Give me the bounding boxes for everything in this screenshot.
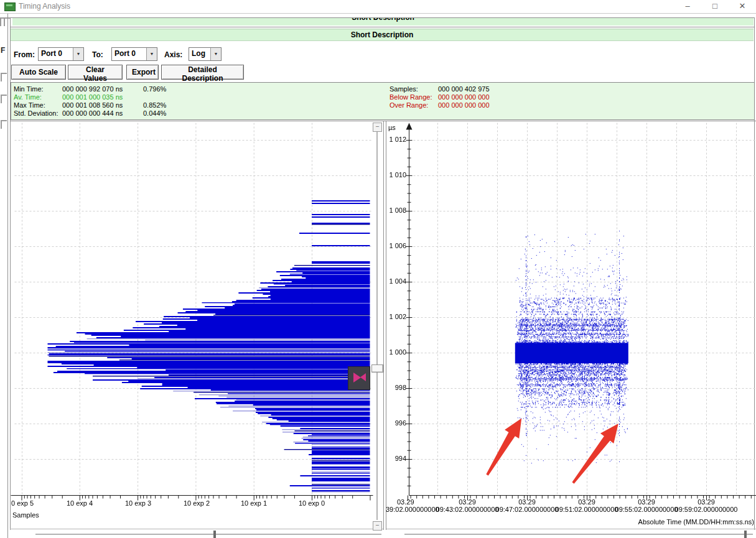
frame-line [10,27,754,27]
y-tick-label: 998 [378,384,406,392]
x-axis-title: Absolute Time (MM.DD/HH:mm:ss.ns) [638,518,754,526]
minimize-button[interactable]: – [678,0,697,12]
histogram-x-tick-label: 10 exp 4 [61,499,98,507]
stat-max-time: Max Time:000 001 008 560 ns0.852% [14,101,166,109]
histogram-x-tick-label: 10 exp 1 [235,499,273,507]
close-button[interactable]: ✕ [733,0,752,12]
stat-value: 000 001 008 560 ns [62,101,143,109]
stat-label: Over Range: [390,101,438,109]
frame-line [7,14,8,538]
vertical-slider-thumb[interactable] [371,364,383,373]
stat-label: Av. Time: [14,93,62,101]
scatter-plot-canvas[interactable] [386,121,756,532]
histogram-x-tick-label: 10 exp 3 [119,499,157,507]
timing-analysis-window: Timing Analysis – □ ✕ F Short Descriptio… [0,0,756,538]
axis-scale-value: Log [189,48,210,60]
horizontal-slider-track-right[interactable] [404,534,753,535]
histogram-canvas[interactable] [10,121,383,532]
stat-label: Min Time: [14,85,62,93]
horizontal-slider-handle[interactable] [213,531,216,538]
stat-value: 000 000 000 444 ns [62,109,143,118]
panel-header: Short Description [11,29,754,41]
from-port-value: Port 0 [39,48,73,60]
stat-below-range: Below Range:000 000 000 000 [390,93,519,101]
chevron-down-icon[interactable]: ▼ [73,48,83,60]
statistics-panel: Min Time:000 000 992 070 ns0.796% Av. Ti… [11,82,755,120]
x-tick-label: 03.2909:59:02.000000000 [663,498,750,513]
stat-samples: Samples:000 000 402 975 [390,85,519,93]
horizontal-slider-track-left[interactable] [35,534,381,535]
background-window-fragment [1,73,7,81]
histogram-x-tick-label: 10 exp 0 [293,499,330,507]
stat-std-deviation: Std. Deviation:000 000 000 444 ns0.044% [14,109,166,118]
to-port-value: Port 0 [112,48,146,60]
histogram-x-tick-label: 10 exp 2 [178,499,215,507]
maximize-button[interactable]: □ [706,0,724,12]
from-port-select[interactable]: Port 0 ▼ [38,47,84,61]
panel-divider [383,121,386,530]
app-icon [4,2,16,11]
stat-over-range: Over Range:000 000 000 000 [390,101,519,109]
y-tick-label: 1 000 [378,348,406,356]
stat-percent: 0.044% [143,109,166,117]
stat-label: Samples: [390,85,438,93]
y-tick-label: 1 012 [378,136,406,144]
stat-label: Below Range: [390,93,438,101]
from-label: From: [14,50,35,59]
stat-av-time: Av. Time:000 001 000 035 ns [14,93,143,101]
y-tick-label: 1 010 [378,171,406,179]
histogram-x-tick-label: 0 exp 5 [11,499,49,507]
vertical-slider-track[interactable] [376,132,378,520]
background-window-fragment [4,17,10,26]
stat-label: Max Time: [14,101,62,109]
stat-value: 000 001 000 035 ns [62,93,143,101]
y-tick-label: 994 [378,455,406,463]
y-axis-unit-label: µs [388,124,396,131]
clipped-panel-header: Short Description [12,18,754,26]
stat-percent: 0.852% [143,101,166,109]
y-tick-label: 1 008 [378,206,406,215]
stat-percent: 0.796% [143,85,166,93]
window-title: Timing Analysis [19,2,70,11]
chevron-down-icon[interactable]: ▼ [146,48,157,60]
stat-value: 000 000 992 070 ns [62,85,143,93]
background-window-letter: F [1,46,5,55]
stat-value: 000 000 000 000 [438,101,519,109]
stat-label: Std. Deviation: [14,109,62,118]
horizontal-slider-handle[interactable] [744,531,747,538]
to-port-select[interactable]: Port 0 ▼ [111,47,157,61]
slider-down-button[interactable]: ‒ [373,521,382,531]
axis-scale-select[interactable]: Log ▼ [189,47,222,61]
detailed-description-button[interactable]: Detailed Description [161,65,244,80]
y-tick-label: 996 [378,419,406,427]
bowtie-cursor-icon [348,366,370,390]
y-tick-label: 1 004 [378,277,406,285]
export-button[interactable]: Export [126,65,159,80]
stat-value: 000 000 000 000 [438,93,519,101]
histogram-x-axis-title: Samples [12,511,39,519]
clear-values-button[interactable]: Clear Values [68,65,123,80]
stat-min-time: Min Time:000 000 992 070 ns0.796% [14,85,166,93]
background-window-fragment [1,95,7,103]
slider-up-button[interactable]: ‒ [373,123,382,132]
background-window-fragment [1,120,7,129]
to-label: To: [92,50,103,59]
auto-scale-button[interactable]: Auto Scale [11,65,66,80]
y-tick-label: 1 002 [378,313,406,321]
stat-value: 000 000 402 975 [438,85,519,93]
y-tick-label: 1 006 [378,242,406,250]
chevron-down-icon[interactable]: ▼ [210,48,221,60]
axis-label: Axis: [164,50,182,59]
window-titlebar: Timing Analysis – □ ✕ [0,0,756,14]
